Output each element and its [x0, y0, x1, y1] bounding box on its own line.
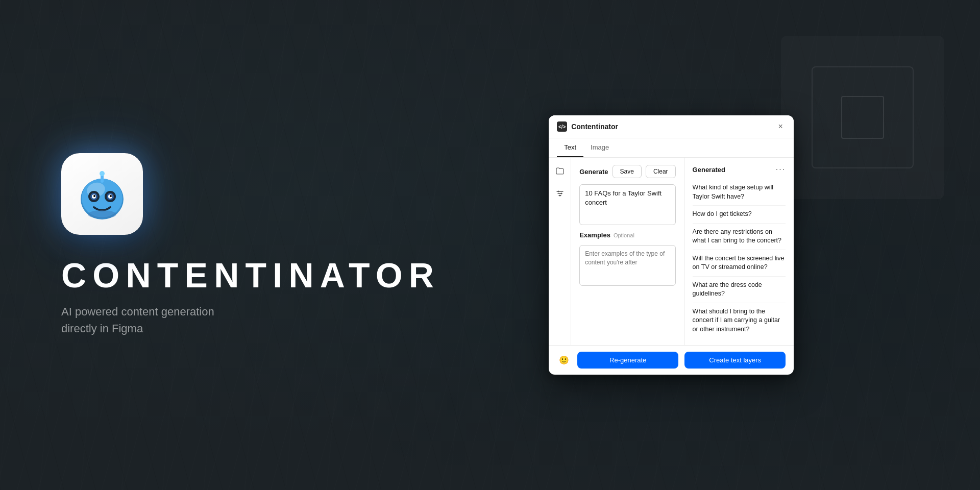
tab-image[interactable]: Image [583, 138, 616, 157]
app-subtitle: AI powered content generation directly i… [61, 303, 214, 337]
hero-section: CONTENTINATOR AI powered content generat… [61, 153, 440, 337]
subtitle-line1: AI powered content generation [61, 305, 214, 318]
svg-point-11 [93, 195, 95, 197]
examples-textarea[interactable] [579, 245, 675, 286]
figma-panel-inner [812, 66, 914, 168]
generated-item[interactable]: How do I get tickets? [693, 206, 786, 224]
generated-item[interactable]: What kind of stage setup will Taylor Swi… [693, 179, 786, 206]
filter-icon[interactable] [553, 186, 567, 201]
emoji-button[interactable]: 🙂 [557, 353, 571, 368]
generated-item[interactable]: Are there any restrictions on what I can… [693, 224, 786, 250]
plugin-icon: </> [557, 121, 567, 132]
generate-label: Generate [579, 168, 608, 176]
prompt-textarea[interactable] [579, 184, 675, 225]
sidebar-icons [549, 158, 571, 345]
more-options-button[interactable]: ··· [776, 165, 786, 174]
examples-text: Examples [579, 231, 610, 239]
left-panel: Generate Save Clear Examples Optional [571, 158, 684, 345]
close-button[interactable]: × [775, 121, 786, 132]
save-button[interactable]: Save [612, 165, 642, 178]
generated-item[interactable]: What should I bring to the concert if I … [693, 303, 786, 338]
plugin-title: Contentinator [571, 122, 618, 131]
folder-icon[interactable] [553, 164, 567, 178]
regenerate-button[interactable]: Re-generate [577, 352, 678, 369]
svg-point-16 [559, 195, 560, 197]
app-icon [61, 153, 143, 235]
svg-point-13 [88, 210, 116, 218]
generated-item[interactable]: Will the concert be screened live on TV … [693, 250, 786, 277]
svg-point-12 [110, 195, 112, 197]
title-bar-left: </> Contentinator [557, 121, 618, 132]
plugin-window: </> Contentinator × Text Image [549, 115, 794, 375]
generate-row: Generate Save Clear [579, 165, 675, 178]
create-layers-button[interactable]: Create text layers [684, 352, 786, 369]
bottom-bar: 🙂 Re-generate Create text layers [549, 345, 794, 375]
generated-item[interactable]: What are the dress code guidelines? [693, 277, 786, 303]
figma-panel-decoration [781, 36, 944, 199]
examples-label: Examples Optional [579, 231, 675, 239]
optional-badge: Optional [614, 232, 634, 238]
svg-point-4 [100, 171, 105, 176]
content-area: Generate Save Clear Examples Optional Ge… [549, 158, 794, 345]
tab-text[interactable]: Text [557, 138, 583, 157]
code-icon: </> [558, 124, 566, 130]
clear-button[interactable]: Clear [646, 165, 676, 178]
generated-list: What kind of stage setup will Taylor Swi… [693, 179, 786, 338]
tab-bar: Text Image [549, 138, 794, 158]
title-bar: </> Contentinator × [549, 115, 794, 138]
subtitle-line2: directly in Figma [61, 322, 143, 335]
right-panel: Generated ··· What kind of stage setup w… [684, 158, 794, 345]
svg-point-15 [560, 193, 562, 194]
svg-point-14 [557, 191, 559, 192]
generated-header: Generated ··· [693, 165, 786, 174]
generated-title: Generated [693, 166, 725, 174]
app-title: CONTENTINATOR [61, 255, 440, 295]
